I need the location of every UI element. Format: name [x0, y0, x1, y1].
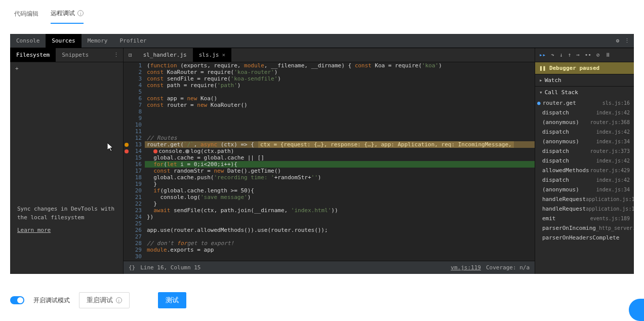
sources-sidebar: Filesystem Snippets ⋮ + Sync changes in …	[10, 48, 124, 274]
bottom-bar: 开启调试模式 重启调试 i 测试	[0, 284, 644, 316]
sidebar-tab-snippets[interactable]: Snippets	[56, 48, 95, 62]
debug-pause-icon[interactable]: ⏸	[605, 52, 611, 58]
help-fab[interactable]	[629, 299, 644, 321]
callstack-list: router.getsls.js:16dispatchindex.js:42(a…	[535, 98, 634, 274]
callstack-frame[interactable]: handleRequestapplication.js:168	[535, 194, 634, 204]
vm-link[interactable]: vm.js:119	[451, 264, 481, 271]
tab-profiler[interactable]: Profiler	[113, 34, 152, 48]
callstack-frame[interactable]: (anonymous)router.js:368	[535, 117, 634, 127]
restart-debug-button[interactable]: 重启调试 i	[79, 292, 130, 308]
learn-more-link[interactable]: Learn more	[10, 227, 123, 233]
debugger-panel: ▸▸ ↷ ↓ ↑ → •• ⊘ ⏸ ❚❚ Debugger paused ▸Wa…	[535, 48, 634, 274]
editor-status-bar: {} Line 16, Column 15 vm.js:119 Coverage…	[124, 261, 535, 274]
watch-section[interactable]: ▸Watch	[535, 74, 634, 86]
resume-icon[interactable]: ▸▸	[539, 52, 546, 58]
callstack-frame[interactable]: allowedMethodsrouter.js:429	[535, 166, 634, 175]
line-gutter[interactable]: 1234567891011121314151617181920212223242…	[124, 62, 145, 261]
deactivate-bp-icon[interactable]: ••	[585, 52, 591, 58]
tab-code-edit[interactable]: 代码编辑	[14, 6, 38, 23]
sidebar-tab-filesystem[interactable]: Filesystem	[10, 48, 56, 62]
tab-memory[interactable]: Memory	[82, 34, 114, 48]
tab-remote-debug[interactable]: 远程调试 i	[51, 5, 84, 24]
debugger-toolbar: ▸▸ ↷ ↓ ↑ → •• ⊘ ⏸	[535, 48, 634, 62]
file-tab-sl-handler[interactable]: sl_handler.js	[137, 48, 193, 62]
file-tab-sls[interactable]: sls.js ×	[193, 48, 231, 62]
info-icon[interactable]: i	[77, 10, 84, 16]
step-over-icon[interactable]: ↷	[551, 52, 554, 58]
devtools-tabs: Console Sources Memory Profiler ⚙ ⋮	[10, 34, 634, 48]
cursor-position: Line 16, Column 15	[140, 264, 200, 271]
info-icon: i	[116, 297, 122, 303]
callstack-frame[interactable]: (anonymous)index.js:34	[535, 137, 634, 146]
callstack-frame[interactable]: dispatchrouter.js:373	[535, 146, 634, 156]
devtools-panel: Console Sources Memory Profiler ⚙ ⋮ File…	[10, 34, 634, 274]
page-tabs: 代码编辑 远程调试 i	[0, 0, 644, 24]
debugger-paused-banner: ❚❚ Debugger paused	[535, 62, 634, 74]
callstack-frame[interactable]: parserOnIncoming_http_server.js:676	[535, 223, 634, 233]
pretty-print-icon[interactable]: {}	[129, 264, 135, 271]
filesystem-sync-message: Sync changes in DevTools with the local …	[10, 205, 123, 227]
callstack-frame[interactable]: dispatchindex.js:42	[535, 156, 634, 166]
add-folder-button[interactable]: +	[10, 62, 123, 75]
tab-remote-debug-label: 远程调试	[51, 10, 75, 17]
gear-icon[interactable]: ⚙	[616, 37, 619, 44]
callstack-frame[interactable]: handleRequestapplication.js:150	[535, 204, 634, 214]
step-icon[interactable]: →	[576, 52, 580, 58]
kebab-icon[interactable]: ⋮	[624, 37, 630, 44]
code-area[interactable]: (function (exports, require, module, __f…	[145, 62, 535, 261]
callstack-frame[interactable]: dispatchindex.js:42	[535, 175, 634, 185]
debug-mode-label: 开启调试模式	[33, 296, 70, 305]
file-nav-icon[interactable]: ⊡	[124, 52, 137, 58]
test-button[interactable]: 测试	[158, 292, 186, 308]
callstack-frame[interactable]: dispatchindex.js:42	[535, 127, 634, 137]
tab-sources[interactable]: Sources	[46, 34, 81, 48]
pause-exception-icon[interactable]: ⊘	[596, 52, 600, 58]
coverage-label: Coverage: n/a	[486, 264, 530, 271]
sidebar-more-icon[interactable]: ⋮	[109, 52, 123, 58]
callstack-frame[interactable]: (anonymous)index.js:34	[535, 185, 634, 194]
tab-console[interactable]: Console	[10, 34, 46, 48]
debug-mode-toggle[interactable]	[10, 296, 24, 304]
close-icon[interactable]: ×	[222, 52, 225, 58]
callstack-frame[interactable]: dispatchindex.js:42	[535, 108, 634, 117]
callstack-frame[interactable]: emitevents.js:189	[535, 214, 634, 223]
callstack-frame[interactable]: parserOnHeadersComplete	[535, 233, 634, 243]
callstack-frame[interactable]: router.getsls.js:16	[535, 98, 634, 108]
callstack-section-header[interactable]: ▾Call Stack	[535, 86, 634, 98]
editor-pane: ⊡ sl_handler.js sls.js × 123456789101112…	[124, 48, 535, 274]
step-into-icon[interactable]: ↓	[559, 52, 563, 58]
step-out-icon[interactable]: ↑	[568, 52, 572, 58]
